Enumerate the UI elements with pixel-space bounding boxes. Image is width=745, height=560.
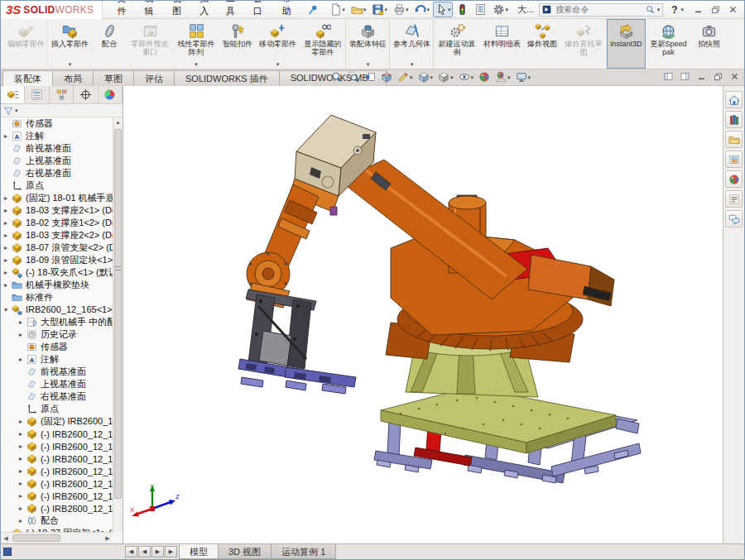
expand-arrow[interactable]: ▸ bbox=[19, 318, 26, 326]
tree-horizontal-scrollbar[interactable]: ◀ ▶ bbox=[1, 532, 113, 543]
tree-item[interactable]: 传感器 bbox=[1, 341, 113, 353]
tree-item[interactable]: ▸ (-) IRB2600_12_165_ bbox=[1, 490, 113, 502]
ribbon-button[interactable]: 线性零部件阵列 ▾ bbox=[173, 19, 219, 69]
search-input[interactable] bbox=[554, 4, 642, 15]
cursor-icon[interactable]: ▾ bbox=[433, 2, 454, 17]
command-tab[interactable]: 装配体 bbox=[2, 70, 53, 86]
ribbon-button[interactable]: 插入零部件 ▾ bbox=[48, 19, 92, 69]
ribbon-button[interactable]: 编辑零部件 ▾ bbox=[4, 19, 48, 69]
expand-arrow[interactable]: ▸ bbox=[4, 194, 12, 202]
study-tab[interactable]: 运动算例 1 bbox=[271, 544, 336, 559]
expand-arrow[interactable]: ▸ bbox=[19, 480, 26, 487]
home-icon[interactable] bbox=[725, 91, 743, 108]
command-tab[interactable]: 草图 bbox=[93, 70, 134, 86]
eyehide-icon[interactable]: ▾ bbox=[458, 71, 475, 83]
tree-item[interactable]: ▸ (-) IRB2600_12_165_ bbox=[1, 502, 113, 515]
expand-arrow[interactable]: ▸ bbox=[4, 219, 12, 227]
tree-item[interactable]: ▸ (固定) IRB2600_12_16 bbox=[1, 415, 113, 428]
collapse-right-panel-icon[interactable] bbox=[680, 72, 690, 81]
dispstyle-icon[interactable]: ▾ bbox=[437, 71, 454, 83]
ribbon-button[interactable]: 参考几何体 ▾ bbox=[390, 19, 434, 69]
tree-item[interactable]: 原点 bbox=[1, 403, 113, 415]
tree-item[interactable]: 右视基准面 bbox=[1, 167, 113, 179]
tree-item[interactable]: 上视基准面 bbox=[1, 155, 113, 167]
section-icon[interactable]: ▾ bbox=[380, 71, 393, 83]
tree-item[interactable]: ▸ 18-09 浪管固定块<1> (D bbox=[1, 254, 113, 266]
status-resource-icon[interactable] bbox=[3, 548, 12, 556]
expand-arrow[interactable]: ▸ bbox=[19, 331, 26, 338]
expand-arrow[interactable]: ▸ bbox=[19, 505, 26, 512]
annotview-icon[interactable]: ▾ bbox=[397, 71, 414, 83]
close-button[interactable] bbox=[728, 5, 738, 14]
tree-item[interactable]: ▸ (-) IRB2600_12_165_ bbox=[1, 477, 113, 490]
ribbon-button[interactable]: 新建运动算例 ▾ bbox=[434, 19, 480, 69]
tree-item[interactable]: ▸ (-) IRB2600_12_165_ bbox=[1, 428, 113, 440]
help-button[interactable]: ? bbox=[671, 4, 677, 16]
command-tab[interactable]: 布局 bbox=[52, 70, 94, 86]
minimize-button[interactable] bbox=[694, 5, 703, 14]
propmgr-icon[interactable] bbox=[25, 86, 49, 103]
tree-item[interactable]: ▸ (-) IRB2600_12_165_ bbox=[1, 440, 113, 452]
ribbon-button[interactable]: 移动零部件 ▾ bbox=[256, 19, 300, 69]
tree-item[interactable]: 原点 bbox=[1, 179, 113, 192]
tree-item[interactable]: ▸ 18-03 支撑座2<1> (Defa bbox=[1, 204, 113, 217]
configmgr-icon[interactable] bbox=[50, 86, 74, 103]
tree-item[interactable]: 右视基准面 bbox=[1, 390, 113, 403]
viewpalette-icon[interactable] bbox=[725, 151, 743, 168]
ribbon-button[interactable]: 爆炸直线草图 ▾ bbox=[560, 19, 607, 69]
collapse-left-panel-icon[interactable] bbox=[664, 72, 673, 81]
ribbon-button[interactable]: 材料明细表 ▾ bbox=[480, 19, 524, 69]
fmtree-icon[interactable] bbox=[1, 86, 25, 103]
study-tab[interactable]: 模型 bbox=[179, 544, 219, 559]
ribbon-button[interactable]: 智能扣件 ▾ bbox=[219, 19, 256, 69]
dimxpert-icon[interactable] bbox=[74, 86, 98, 103]
ribbon-button[interactable]: 装配体特征 ▾ bbox=[346, 19, 390, 69]
appearances-icon[interactable] bbox=[725, 170, 743, 188]
vieworient-icon[interactable]: ▾ bbox=[417, 71, 435, 83]
tree-item[interactable]: 传感器 bbox=[1, 117, 113, 130]
doc-minimize-button[interactable] bbox=[697, 72, 706, 81]
tree-item[interactable]: ▸ 18-07 浪管支架<2> (Def bbox=[1, 242, 113, 254]
expand-arrow[interactable]: ▸ bbox=[4, 269, 12, 276]
command-tab[interactable]: SOLIDWORKS 插件 bbox=[174, 70, 280, 86]
pin-icon[interactable] bbox=[307, 4, 319, 16]
newdoc-icon[interactable]: ▾ bbox=[327, 2, 348, 17]
command-tab[interactable]: 评估 bbox=[133, 70, 175, 86]
tree-item[interactable]: ▸ 注解 bbox=[1, 353, 113, 366]
expand-arrow[interactable]: ▸ bbox=[19, 492, 26, 500]
prevview-icon[interactable]: ▾ bbox=[363, 71, 377, 83]
expand-arrow[interactable]: ▸ bbox=[4, 132, 12, 140]
expand-arrow[interactable]: ▸ bbox=[19, 455, 26, 462]
expand-arrow[interactable]: ▸ bbox=[4, 281, 12, 289]
tree-item[interactable]: ▸ (-) IRB2600_12_165_ bbox=[1, 465, 113, 477]
tree-item[interactable]: ▾ IRB2600_12_165<1> (默 bbox=[1, 304, 113, 316]
tree-filter-row[interactable]: ▾ bbox=[1, 104, 123, 117]
tree-item[interactable]: 前视基准面 bbox=[1, 142, 113, 155]
zoomarea-icon[interactable]: ▾ bbox=[347, 71, 360, 83]
study-tab[interactable]: 3D 视图 bbox=[218, 544, 272, 559]
expand-arrow[interactable]: ▸ bbox=[19, 517, 26, 524]
ribbon-button[interactable]: 显示隐藏的零部件 ▾ bbox=[300, 19, 346, 69]
customprops-icon[interactable] bbox=[725, 190, 743, 208]
undo-icon[interactable]: ▾ bbox=[411, 2, 432, 17]
expand-arrow[interactable]: ▸ bbox=[19, 418, 26, 425]
hscroll-thumb[interactable] bbox=[12, 534, 60, 542]
expand-arrow[interactable]: ▾ bbox=[4, 306, 12, 314]
save-icon[interactable]: ▾ bbox=[369, 2, 390, 17]
rebuild-icon[interactable]: ▾ bbox=[454, 2, 471, 17]
zoomfit-icon[interactable]: ▾ bbox=[330, 71, 344, 83]
restore-button[interactable] bbox=[711, 5, 720, 14]
doc-restore-button[interactable] bbox=[714, 72, 723, 81]
scene-icon[interactable]: ▾ bbox=[494, 71, 512, 83]
command-search[interactable]: ▾ bbox=[539, 3, 663, 17]
fileprops-icon[interactable]: ▾ bbox=[472, 2, 489, 17]
expand-arrow[interactable]: ▸ bbox=[4, 207, 12, 214]
vscroll-thumb[interactable] bbox=[114, 129, 122, 499]
graphics-viewport[interactable]: Y X Z bbox=[124, 86, 723, 543]
tree-item[interactable]: ▸ 大型机械手 中的配合 bbox=[1, 316, 113, 328]
tree-item[interactable]: ▸ (-) IRB2600_12_165_ bbox=[1, 452, 113, 465]
tree-item[interactable]: ▸ 注解 bbox=[1, 130, 113, 142]
expand-arrow[interactable]: ▸ bbox=[4, 256, 12, 264]
open-icon[interactable]: ▾ bbox=[348, 2, 369, 17]
viewsettings-icon[interactable]: ▾ bbox=[515, 71, 532, 83]
